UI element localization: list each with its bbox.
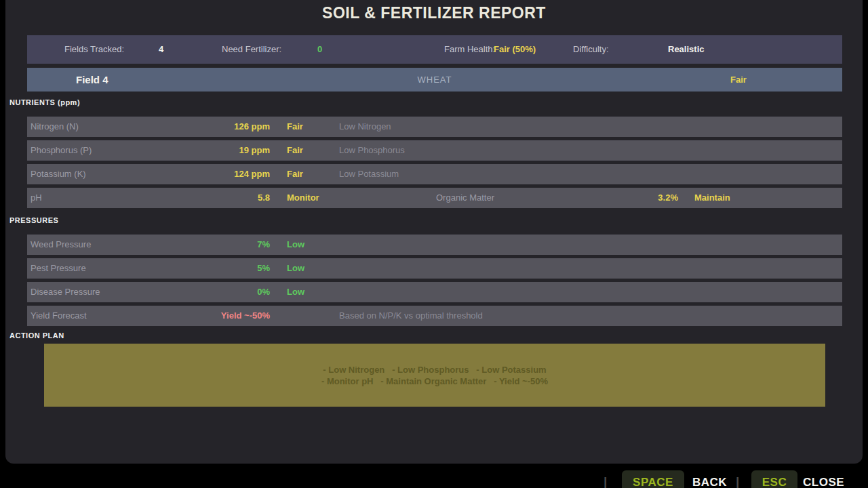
field-crop-label: WHEAT: [27, 68, 842, 92]
page-title: SOIL & FERTILIZER REPORT: [5, 4, 863, 22]
ph-status: Monitor: [287, 188, 319, 208]
action-plan-box: - Low Nitrogen - Low Phosphorus - Low Po…: [44, 344, 825, 407]
nutrient-row-potassium: Potassium (K) 124 ppm Fair Low Potassium: [27, 164, 842, 184]
pressure-value: 7%: [27, 235, 270, 255]
back-button[interactable]: BACK: [692, 476, 727, 488]
esc-key-button[interactable]: ESC: [751, 470, 797, 488]
ph-value: 5.8: [27, 188, 270, 208]
nutrient-note: Low Phosphorus: [339, 140, 405, 161]
nutrients-section-label: NUTRIENTS (ppm): [9, 98, 80, 106]
pressure-status: Low: [287, 282, 304, 302]
organic-matter-value: 3.2%: [610, 188, 678, 208]
need-fertilizer-value: 0: [317, 35, 322, 64]
pressure-status: Low: [287, 235, 304, 255]
nutrient-note: Low Potassium: [339, 164, 399, 184]
yield-forecast-value: Yield ~-50%: [27, 306, 270, 326]
yield-forecast-row: Yield Forecast Yield ~-50% Based on N/P/…: [27, 306, 842, 326]
fields-tracked-label: Fields Tracked:: [64, 35, 124, 64]
report-panel: SOIL & FERTILIZER REPORT Fields Tracked:…: [5, 0, 863, 464]
pressure-value: 0%: [27, 282, 270, 302]
pressure-status: Low: [287, 258, 304, 279]
pressure-value: 5%: [27, 258, 270, 279]
field-header-row[interactable]: WHEAT Field 4 Fair: [27, 68, 842, 92]
pressure-row-pest: Pest Pressure 5% Low: [27, 258, 842, 279]
ph-organic-matter-row: pH 5.8 Monitor Organic Matter 3.2% Maint…: [27, 188, 842, 208]
nutrient-value: 19 ppm: [27, 140, 270, 161]
difficulty-value: Realistic: [668, 35, 704, 64]
field-name-label: Field 4: [76, 68, 108, 92]
soil-fertilizer-report-screen: SOIL & FERTILIZER REPORT Fields Tracked:…: [0, 0, 868, 488]
field-status-badge: Fair: [730, 68, 747, 92]
nutrient-value: 124 ppm: [27, 164, 270, 184]
nutrient-status: Fair: [287, 117, 303, 137]
pressures-section-label: PRESSURES: [9, 216, 58, 224]
close-button[interactable]: CLOSE: [803, 476, 844, 488]
fields-tracked-value: 4: [159, 35, 163, 64]
nutrient-status: Fair: [287, 164, 303, 184]
farm-health-label: Farm Health:: [444, 35, 495, 64]
nutrient-status: Fair: [287, 140, 303, 161]
pressure-row-weed: Weed Pressure 7% Low: [27, 235, 842, 255]
difficulty-label: Difficulty:: [573, 35, 609, 64]
need-fertilizer-label: Need Fertilizer:: [222, 35, 281, 64]
nutrient-value: 126 ppm: [27, 117, 270, 137]
organic-matter-label: Organic Matter: [436, 188, 494, 208]
footer-divider: |: [604, 474, 607, 488]
nutrient-row-phosphorus: Phosphorus (P) 19 ppm Fair Low Phosphoru…: [27, 140, 842, 161]
farm-health-value: Fair (50%): [494, 35, 536, 64]
pressure-row-disease: Disease Pressure 0% Low: [27, 282, 842, 302]
action-plan-section-label: ACTION PLAN: [9, 331, 64, 340]
action-plan-line-2: - Monitor pH - Maintain Organic Matter -…: [321, 375, 548, 387]
esc-key-label: ESC: [762, 476, 787, 488]
footer-divider: |: [736, 474, 739, 488]
nutrient-row-nitrogen: Nitrogen (N) 126 ppm Fair Low Nitrogen: [27, 117, 842, 137]
yield-forecast-note: Based on N/P/K vs optimal threshold: [339, 306, 483, 326]
space-key-label: SPACE: [633, 476, 673, 488]
organic-matter-status: Maintain: [694, 188, 730, 208]
space-key-button[interactable]: SPACE: [622, 470, 684, 488]
nutrient-note: Low Nitrogen: [339, 117, 391, 137]
farm-stats-bar: Fields Tracked: 4 Need Fertilizer: 0 Far…: [27, 35, 842, 64]
action-plan-line-1: - Low Nitrogen - Low Phosphorus - Low Po…: [323, 364, 546, 375]
